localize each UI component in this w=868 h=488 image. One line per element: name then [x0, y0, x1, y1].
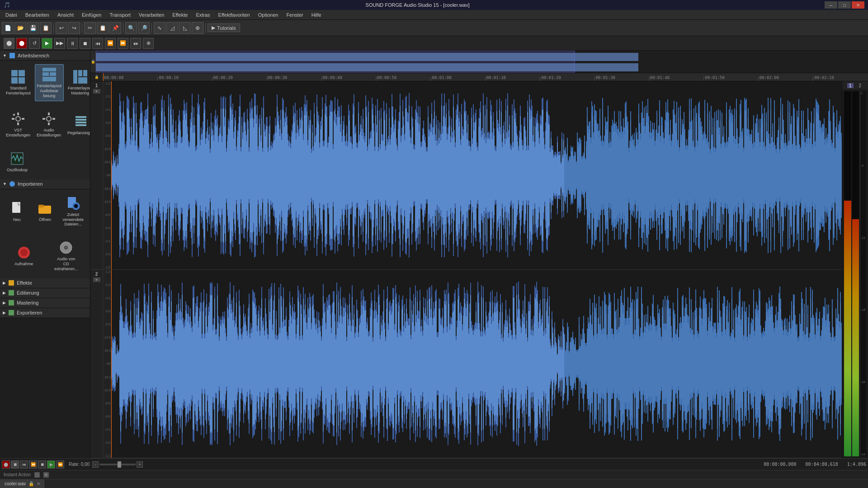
- importieren-circle-icon: [9, 181, 15, 187]
- menu-fenster[interactable]: Fenster: [283, 11, 307, 19]
- play-button[interactable]: ▶: [42, 38, 52, 49]
- bt-play-next[interactable]: ⏩: [56, 460, 64, 469]
- rewind-button[interactable]: ⏮: [92, 38, 103, 49]
- prev-button[interactable]: ⏪: [105, 38, 116, 49]
- table-icon: [74, 114, 88, 129]
- bt-stop2[interactable]: ⏹: [38, 460, 46, 469]
- rate-increase-button[interactable]: +: [137, 461, 143, 468]
- next-button[interactable]: ⏩: [118, 38, 128, 49]
- sidebar-item-new[interactable]: Neu: [4, 193, 30, 230]
- sidebar-item-cd-extract[interactable]: Audio vonCDextrahieren...: [46, 237, 87, 274]
- bt-play-prev[interactable]: ⏪: [29, 460, 37, 469]
- track-1-expand[interactable]: ▼: [93, 89, 100, 94]
- menu-effekte[interactable]: Effekte: [169, 11, 191, 19]
- redo-icon[interactable]: ↪: [68, 22, 80, 34]
- menu-extras[interactable]: Extras: [192, 11, 213, 19]
- sidebar-item-recent[interactable]: ZuletztverwendeteDateien...: [60, 193, 86, 230]
- save-button[interactable]: 💾: [27, 22, 39, 34]
- editierung-section[interactable]: ▶ Editierung: [0, 288, 90, 298]
- marker-button[interactable]: ⊕: [192, 22, 203, 34]
- play-loop-button[interactable]: ▶▶: [54, 38, 65, 49]
- arbeitsbereich-section[interactable]: ▼ Arbeitsbereich: [0, 51, 90, 61]
- bt-goto-start[interactable]: ⏮: [20, 460, 28, 469]
- sidebar-item-vst-settings[interactable]: VSTEinstellungen: [4, 108, 33, 141]
- editierung-label: Editierung: [17, 290, 39, 296]
- saveas-button[interactable]: 📋: [40, 22, 52, 34]
- oscilloscope-row: Oszilloskop: [0, 145, 90, 179]
- svg-text:00:00:10: 00:00:10: [159, 75, 179, 80]
- track-1-waveform-container[interactable]: // We'll do this inline in the SVG: [111, 81, 842, 269]
- minimize-button[interactable]: –: [825, 1, 837, 9]
- meter-tab-2[interactable]: 2: [857, 83, 863, 88]
- instant-action-x[interactable]: ✕: [43, 472, 49, 478]
- close-button[interactable]: ✕: [852, 1, 864, 9]
- overview-waveform[interactable]: [96, 51, 868, 73]
- sidebar-item-audio-settings[interactable]: AudioEinstellungen: [34, 108, 63, 141]
- undo-icon[interactable]: ↩: [56, 22, 67, 34]
- track-2-waveform-container[interactable]: [111, 270, 842, 458]
- meter-bar-left: [844, 201, 851, 456]
- mastering-section[interactable]: ▶ Mastering: [0, 298, 90, 308]
- scrub-button[interactable]: ⊕: [143, 38, 154, 49]
- menu-hilfe[interactable]: Hilfe: [308, 11, 325, 19]
- sidebar-item-standard-layout[interactable]: StandardFensterlayout: [4, 64, 33, 101]
- menu-effektfavoriten[interactable]: Effektfavoriten: [215, 11, 254, 19]
- loop-button[interactable]: ↺: [29, 38, 40, 49]
- track-number-1: 1: [95, 83, 98, 88]
- stop-button[interactable]: ⏹: [80, 38, 90, 49]
- sidebar-item-open[interactable]: Öffnen: [32, 193, 58, 230]
- sidebar-item-mastering-layout[interactable]: FensterlayoutMastering: [66, 64, 90, 101]
- fade-out-button[interactable]: ◺: [179, 22, 191, 34]
- bt-record[interactable]: ⬤: [2, 460, 10, 469]
- svg-rect-8: [73, 70, 77, 84]
- menu-ansicht[interactable]: Ansicht: [54, 11, 77, 19]
- gear-icon: [11, 112, 25, 126]
- exportieren-section[interactable]: ▶ Exportieren: [0, 308, 90, 318]
- effekte-section[interactable]: ▶ Effekte: [0, 278, 90, 288]
- tutorials-button[interactable]: ▶ Tutorials: [208, 23, 240, 32]
- record-button[interactable]: ⬤: [16, 38, 27, 49]
- ruler-track[interactable]: 00:00:00 00:00:10 00:00:20 00:00:30 00:0…: [103, 73, 868, 81]
- menu-optionen[interactable]: Optionen: [255, 11, 282, 19]
- tutorials-label: Tutorials: [217, 25, 236, 31]
- rate-decrease-button[interactable]: -: [92, 461, 99, 468]
- new-button[interactable]: 📄: [2, 22, 14, 34]
- file-tab-close-icon[interactable]: ✕: [37, 481, 40, 486]
- file-tab-bar: cooler.wav 🔒 ✕: [0, 479, 868, 488]
- sidebar-item-audio-layout[interactable]: FensterlayoutAudiobearbeiung: [35, 64, 64, 101]
- sidebar-item-pegelanzeigen[interactable]: Pegelanzeigen: [65, 108, 90, 141]
- open-label: Öffnen: [39, 217, 51, 222]
- zoom-out-button[interactable]: 🔎: [138, 22, 150, 34]
- zoom-in-button[interactable]: 🔍: [125, 22, 137, 34]
- normalize-button[interactable]: ∿: [154, 22, 165, 34]
- open-button[interactable]: 📂: [14, 22, 26, 34]
- go-start-button[interactable]: ⬤: [4, 38, 14, 49]
- sidebar-item-oscilloscope[interactable]: Oszilloskop: [4, 148, 31, 176]
- rate-slider[interactable]: [99, 464, 136, 465]
- importieren-section[interactable]: ▼ Importieren: [0, 179, 90, 189]
- paste-button[interactable]: 📌: [109, 22, 121, 34]
- svg-point-39: [65, 247, 67, 249]
- menu-einfuegen[interactable]: Einfügen: [78, 11, 105, 19]
- sidebar-item-record[interactable]: Aufnahme: [4, 237, 44, 274]
- file-tab-cooler[interactable]: cooler.wav 🔒 ✕: [0, 479, 45, 488]
- fade-in-button[interactable]: ◿: [166, 22, 178, 34]
- bt-stop[interactable]: ⏹: [11, 460, 19, 469]
- oscilloscope-label: Oszilloskop: [7, 168, 28, 173]
- instant-action-close[interactable]: □: [34, 472, 40, 478]
- bt-play[interactable]: ▶: [47, 460, 55, 469]
- menu-datei[interactable]: Datei: [2, 11, 21, 19]
- mastering-arrow-icon: ▶: [3, 300, 6, 305]
- pause-button[interactable]: ⏸: [67, 38, 78, 49]
- meter-tab-1[interactable]: 1: [847, 83, 854, 88]
- maximize-button[interactable]: □: [838, 1, 851, 9]
- ff-button[interactable]: ⏭: [130, 38, 141, 49]
- copy-button[interactable]: 📋: [97, 22, 108, 34]
- tutorials-icon: ▶: [212, 25, 215, 31]
- ruler-lock-icon: 🔒: [94, 75, 99, 79]
- cut-button[interactable]: ✂: [84, 22, 96, 34]
- menu-transport[interactable]: Transport: [106, 11, 134, 19]
- track-2-expand[interactable]: ▼: [93, 277, 100, 282]
- menu-bearbeiten[interactable]: Bearbeiten: [22, 11, 53, 19]
- menu-verarbeiten[interactable]: Verarbeiten: [135, 11, 168, 19]
